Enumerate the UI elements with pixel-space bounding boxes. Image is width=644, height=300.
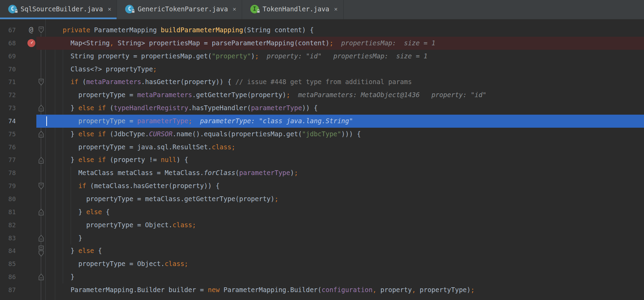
gutter-icon-area[interactable] bbox=[17, 219, 36, 232]
gutter-icon-area[interactable] bbox=[17, 257, 36, 270]
fold-marker-start-icon[interactable] bbox=[36, 76, 46, 89]
code-line-86[interactable]: 86 } bbox=[0, 270, 644, 284]
gutter-icon-area[interactable] bbox=[17, 166, 36, 180]
fold-column bbox=[36, 115, 46, 128]
code-token: ParameterMapping bbox=[90, 26, 161, 34]
code-text[interactable]: Class<?> javaType = propertyType; bbox=[46, 297, 644, 300]
code-text[interactable]: private ParameterMapping buildParameterM… bbox=[46, 24, 644, 37]
code-text[interactable]: MetaClass metaClass = MetaClass.forClass… bbox=[46, 166, 644, 180]
tab-label: SqlSourceBuilder.java bbox=[21, 5, 103, 13]
close-icon[interactable]: ✕ bbox=[233, 6, 236, 12]
code-text[interactable]: propertyType = metaParameters.getGetterT… bbox=[46, 89, 644, 102]
tab-sqlsourcebuilder-java[interactable]: CSqlSourceBuilder.java✕ bbox=[0, 0, 117, 19]
code-line-81[interactable]: 81 } else { bbox=[0, 206, 644, 219]
breakpoint-icon[interactable]: ✓ bbox=[27, 39, 35, 47]
fold-marker-both-icon[interactable] bbox=[36, 244, 46, 257]
fold-marker-end-icon[interactable] bbox=[36, 102, 46, 115]
line-content: Class<?> propertyType; bbox=[36, 63, 644, 76]
code-text[interactable]: propertyType = java.sql.ResultSet.class; bbox=[46, 141, 644, 154]
close-icon[interactable]: ✕ bbox=[334, 6, 337, 12]
code-token: ))) { bbox=[341, 130, 361, 138]
line-content: Class<?> javaType = propertyType; bbox=[36, 297, 644, 300]
gutter-icon-area[interactable] bbox=[17, 206, 36, 219]
fold-marker-end-icon[interactable] bbox=[36, 153, 46, 166]
fold-marker-end-icon[interactable] bbox=[36, 270, 46, 284]
code-token: } bbox=[47, 234, 82, 242]
gutter-icon-area[interactable] bbox=[17, 89, 36, 102]
code-text[interactable]: Map<String, String> propertiesMap = pars… bbox=[46, 37, 644, 50]
code-line-78[interactable]: 78 MetaClass metaClass = MetaClass.forCl… bbox=[0, 166, 644, 180]
code-text[interactable]: } bbox=[46, 232, 644, 245]
tab-label: TokenHandler.java bbox=[263, 5, 329, 13]
gutter-icon-area[interactable] bbox=[17, 193, 36, 206]
code-token: (String content) { bbox=[243, 26, 314, 34]
gutter-icon-area[interactable] bbox=[17, 284, 36, 297]
code-line-77[interactable]: 77 } else if (property != null) { bbox=[0, 153, 644, 166]
code-line-67[interactable]: 67@ private ParameterMapping buildParame… bbox=[0, 24, 644, 37]
gutter-icon-area[interactable] bbox=[17, 50, 36, 63]
code-line-82[interactable]: 82 propertyType = Object.class; bbox=[0, 219, 644, 232]
gutter-icon-area[interactable] bbox=[17, 63, 36, 76]
tab-generictokenparser-java[interactable]: CGenericTokenParser.java✕ bbox=[117, 0, 242, 19]
code-line-80[interactable]: 80 propertyType = metaClass.getGetterTyp… bbox=[0, 193, 644, 206]
line-content: propertyType = java.sql.ResultSet.class; bbox=[36, 141, 644, 154]
code-line-72[interactable]: 72 propertyType = metaParameters.getGett… bbox=[0, 89, 644, 102]
line-number: 76 bbox=[0, 141, 17, 154]
code-text[interactable]: } else { bbox=[46, 244, 644, 257]
gutter-icon-area[interactable] bbox=[17, 180, 36, 193]
code-text[interactable]: String property = propertiesMap.get("pro… bbox=[46, 50, 644, 63]
tab-tokenhandler-java[interactable]: ITokenHandler.java✕ bbox=[242, 0, 344, 19]
code-line-88[interactable]: 88 Class<?> javaType = propertyType; bbox=[0, 297, 644, 300]
close-icon[interactable]: ✕ bbox=[108, 6, 111, 12]
code-text[interactable]: } bbox=[46, 270, 644, 284]
fold-marker-start-icon[interactable] bbox=[36, 24, 46, 37]
code-text[interactable]: } else if (typeHandlerRegistry.hasTypeHa… bbox=[46, 102, 644, 115]
code-text[interactable]: Class<?> propertyType; bbox=[46, 63, 644, 76]
gutter-icon-area[interactable] bbox=[17, 244, 36, 257]
fold-marker-end-icon[interactable] bbox=[36, 206, 46, 219]
code-text[interactable]: propertyType = metaClass.getGetterType(p… bbox=[46, 193, 644, 206]
code-line-71[interactable]: 71 if (metaParameters.hasGetter(property… bbox=[0, 76, 644, 89]
code-line-84[interactable]: 84 } else { bbox=[0, 244, 644, 257]
fold-marker-end-icon[interactable] bbox=[36, 232, 46, 245]
gutter-icon-area[interactable] bbox=[17, 115, 36, 128]
gutter-icon-area[interactable]: @ bbox=[17, 24, 36, 37]
line-content: if (metaParameters.hasGetter(property)) … bbox=[36, 76, 644, 89]
code-line-75[interactable]: 75 } else if (JdbcType.CURSOR.name().equ… bbox=[0, 128, 644, 141]
code-line-83[interactable]: 83 } bbox=[0, 232, 644, 245]
fold-marker-start-icon[interactable] bbox=[36, 180, 46, 193]
gutter-icon-area[interactable] bbox=[17, 102, 36, 115]
code-line-69[interactable]: 69 String property = propertiesMap.get("… bbox=[0, 50, 644, 63]
code-line-87[interactable]: 87 ParameterMapping.Builder builder = ne… bbox=[0, 284, 644, 297]
gutter-icon-area[interactable] bbox=[17, 232, 36, 245]
gutter-icon-area[interactable] bbox=[17, 141, 36, 154]
gutter-icon-area[interactable] bbox=[17, 128, 36, 141]
code-line-70[interactable]: 70 Class<?> propertyType; bbox=[0, 63, 644, 76]
code-text[interactable]: if (metaClass.hasGetter(property)) { bbox=[46, 180, 644, 193]
gutter-icon-area[interactable] bbox=[17, 76, 36, 89]
code-line-79[interactable]: 79 if (metaClass.hasGetter(property)) { bbox=[0, 180, 644, 193]
code-text[interactable]: propertyType = Object.class; bbox=[46, 257, 644, 270]
code-line-76[interactable]: 76 propertyType = java.sql.ResultSet.cla… bbox=[0, 141, 644, 154]
code-text[interactable]: propertyType = Object.class; bbox=[46, 219, 644, 232]
code-token: else bbox=[79, 104, 94, 112]
gutter-icon-area[interactable]: ✓ bbox=[17, 37, 36, 50]
code-line-74[interactable]: 74 propertyType = parameterType;paramete… bbox=[0, 115, 644, 128]
code-token: (metaClass.hasGetter(property)) { bbox=[86, 182, 219, 189]
code-text[interactable]: } else if (property != null) { bbox=[46, 153, 644, 166]
gutter-icon-area[interactable] bbox=[17, 270, 36, 284]
code-editor[interactable]: 67@ private ParameterMapping buildParame… bbox=[0, 19, 644, 300]
code-token: propertyType = bbox=[47, 117, 137, 125]
code-line-68[interactable]: 68✓ Map<String, String> propertiesMap = … bbox=[0, 37, 644, 50]
code-text[interactable]: } else if (JdbcType.CURSOR.name().equals… bbox=[46, 128, 644, 141]
code-text[interactable]: if (metaParameters.hasGetter(property)) … bbox=[46, 76, 644, 89]
code-text[interactable]: } else { bbox=[46, 206, 644, 219]
code-line-85[interactable]: 85 propertyType = Object.class; bbox=[0, 257, 644, 270]
gutter-icon-area[interactable] bbox=[17, 297, 36, 300]
code-text[interactable]: propertyType = parameterType;parameterTy… bbox=[46, 115, 644, 128]
code-text[interactable]: ParameterMapping.Builder builder = new P… bbox=[46, 284, 644, 297]
gutter-icon-area[interactable] bbox=[17, 153, 36, 166]
fold-marker-end-icon[interactable] bbox=[36, 128, 46, 141]
code-line-73[interactable]: 73 } else if (typeHandlerRegistry.hasTyp… bbox=[0, 102, 644, 115]
code-token: ; bbox=[188, 117, 192, 125]
